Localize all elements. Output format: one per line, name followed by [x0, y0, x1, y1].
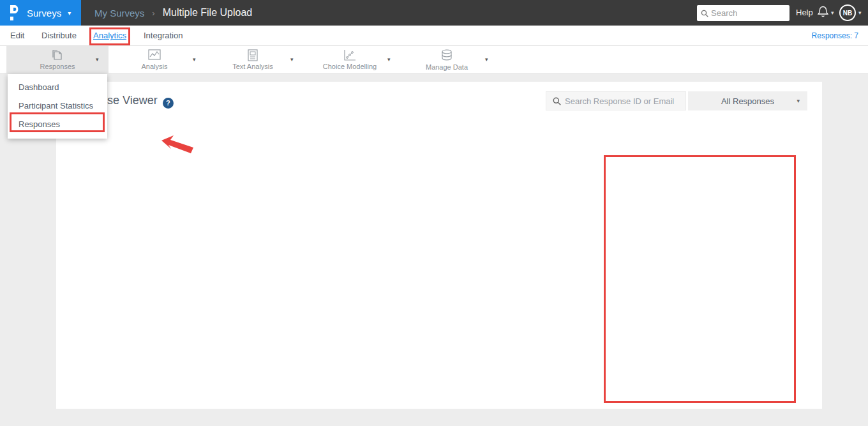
text-analysis-caret-icon[interactable]: ▾ — [290, 56, 294, 63]
top-bar: Surveys ▾ My Surveys › Multiple File Upl… — [0, 0, 868, 26]
choice-modelling-caret-icon[interactable]: ▾ — [387, 56, 391, 63]
response-search[interactable] — [546, 91, 686, 110]
menu-item-responses[interactable]: Responses — [8, 115, 107, 133]
responses-count-link[interactable]: Responses: 7 — [812, 31, 858, 40]
avatar-caret-icon[interactable]: ▾ — [858, 10, 862, 16]
toolbar-item-text-analysis[interactable]: Text Analysis — [211, 46, 294, 74]
toolbar-label-manage-data: Manage Data — [426, 63, 468, 71]
choice-modelling-icon — [343, 49, 356, 61]
survey-nav: Edit Distribute Analytics Integration Re… — [0, 26, 868, 46]
analysis-icon — [148, 49, 161, 61]
responses-icon — [51, 49, 64, 61]
analysis-caret-icon[interactable]: ▾ — [193, 56, 196, 63]
tab-edit[interactable]: Edit — [10, 31, 24, 40]
toolbar-item-responses[interactable]: Responses — [6, 46, 108, 74]
response-viewer-card — [56, 82, 822, 409]
toolbar-label-text-analysis: Text Analysis — [232, 63, 273, 70]
manage-data-caret-icon[interactable]: ▾ — [485, 56, 488, 63]
toolbar-item-analysis[interactable]: Analysis — [113, 46, 196, 74]
product-name: Surveys — [27, 8, 61, 19]
bell-caret-icon[interactable]: ▾ — [831, 10, 834, 16]
help-icon[interactable]: ? — [163, 98, 174, 109]
menu-item-participant-statistics[interactable]: Participant Statistics — [8, 96, 107, 115]
breadcrumb-separator-icon: › — [152, 8, 154, 18]
response-filter-dropdown[interactable]: All Responses ▾ — [688, 91, 807, 110]
breadcrumb-my-surveys[interactable]: My Surveys — [94, 8, 144, 19]
toolbar-label-responses: Responses — [40, 63, 75, 70]
chevron-down-icon: ▾ — [68, 10, 71, 17]
search-icon — [701, 10, 708, 17]
manage-data-icon — [440, 49, 453, 62]
app-window: Surveys ▾ My Surveys › Multiple File Upl… — [0, 0, 868, 426]
analytics-toolbar: Responses ▾ Analysis ▾ Text Analysis ▾ C… — [0, 46, 868, 74]
tab-integration[interactable]: Integration — [144, 31, 183, 40]
filter-caret-icon: ▾ — [797, 98, 800, 104]
response-filter-value: All Responses — [721, 96, 774, 106]
responses-dropdown-menu: Dashboard Participant Statistics Respons… — [8, 74, 107, 139]
response-search-input[interactable] — [565, 96, 680, 106]
breadcrumb-current-survey: Multiple File Upload — [163, 7, 253, 19]
tab-analytics[interactable]: Analytics — [93, 31, 126, 40]
help-link[interactable]: Help — [796, 8, 813, 17]
product-switcher[interactable]: Surveys ▾ — [0, 0, 81, 26]
avatar[interactable]: NB — [839, 4, 856, 21]
responses-caret-icon[interactable]: ▾ — [96, 56, 99, 63]
toolbar-item-manage-data[interactable]: Manage Data — [405, 46, 488, 74]
questionpro-logo-icon — [8, 5, 19, 20]
notifications-bell-icon[interactable] — [818, 6, 828, 20]
search-icon — [553, 97, 561, 105]
toolbar-label-analysis: Analysis — [142, 63, 168, 70]
toolbar-label-choice-modelling: Choice Modelling — [323, 63, 377, 70]
toolbar-item-choice-modelling[interactable]: Choice Modelling — [308, 46, 391, 74]
global-search-input[interactable] — [711, 8, 784, 18]
menu-item-dashboard[interactable]: Dashboard — [8, 78, 107, 96]
text-analysis-icon — [247, 49, 258, 61]
breadcrumb: My Surveys › Multiple File Upload — [94, 0, 252, 26]
tab-distribute[interactable]: Distribute — [41, 31, 77, 40]
global-search[interactable] — [697, 5, 789, 21]
